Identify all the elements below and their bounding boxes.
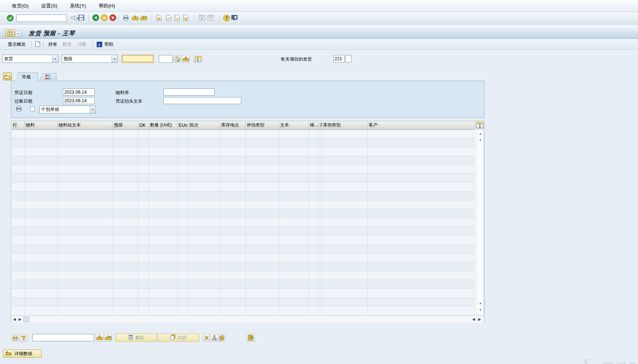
table-cell-batch[interactable] bbox=[188, 280, 220, 289]
table-cell-ok[interactable] bbox=[138, 129, 149, 138]
collapse-header-icon[interactable] bbox=[3, 73, 12, 80]
table-cell-movement[interactable] bbox=[309, 191, 318, 200]
table-cell-text[interactable] bbox=[279, 156, 309, 165]
table-cell-customer[interactable] bbox=[367, 280, 475, 289]
table-cell-reservation[interactable] bbox=[113, 244, 138, 253]
table-cell-reservation[interactable] bbox=[113, 262, 138, 271]
table-cell-valuation-type[interactable] bbox=[245, 174, 279, 183]
menu-item-help[interactable]: 帮助(H) bbox=[97, 2, 116, 10]
table-cell-ok[interactable] bbox=[138, 209, 149, 218]
column-header-material-short-text[interactable]: 物料短文本 bbox=[57, 121, 113, 129]
table-cell-eun[interactable] bbox=[177, 191, 188, 200]
table-cell-material-short-text[interactable] bbox=[57, 209, 113, 218]
table-cell-customer[interactable] bbox=[367, 147, 475, 156]
table-cell-storage-location[interactable] bbox=[220, 297, 245, 306]
table-cell-quantity-une[interactable] bbox=[149, 289, 177, 297]
help-button[interactable]: 帮助 bbox=[103, 41, 115, 48]
table-cell-stock-type[interactable] bbox=[322, 280, 367, 289]
table-cell-quantity-une[interactable] bbox=[149, 165, 177, 174]
table-cell-valuation-type[interactable] bbox=[245, 262, 279, 271]
movement-type-field[interactable]: 221 bbox=[334, 55, 345, 62]
table-cell-line[interactable] bbox=[12, 289, 25, 297]
table-cell-quantity-une[interactable] bbox=[149, 218, 177, 227]
print-icon[interactable] bbox=[123, 15, 129, 21]
find-icon[interactable] bbox=[132, 15, 139, 21]
table-cell-stock-type[interactable] bbox=[322, 218, 367, 227]
table-cell-stock-type[interactable] bbox=[322, 191, 367, 200]
table-cell-customer[interactable] bbox=[367, 236, 475, 245]
table-cell-valuation-type[interactable] bbox=[245, 253, 279, 262]
table-cell-quantity-une[interactable] bbox=[149, 191, 177, 200]
table-cell-direction[interactable] bbox=[318, 227, 322, 236]
table-cell-material[interactable] bbox=[25, 165, 57, 174]
table-cell-material-short-text[interactable] bbox=[57, 271, 113, 280]
table-cell-text[interactable] bbox=[279, 262, 309, 271]
table-cell-text[interactable] bbox=[279, 129, 309, 138]
column-header-storage-location[interactable]: 库存地点 bbox=[220, 121, 245, 129]
table-cell-quantity-une[interactable] bbox=[149, 129, 177, 138]
table-cell-batch[interactable] bbox=[188, 227, 220, 236]
table-cell-line[interactable] bbox=[12, 147, 25, 156]
table-cell-eun[interactable] bbox=[177, 271, 188, 280]
table-cell-reservation[interactable] bbox=[113, 227, 138, 236]
scroll-right-icon[interactable]: ▶ bbox=[478, 317, 481, 321]
table-cell-storage-location[interactable] bbox=[220, 306, 245, 315]
table-cell-line[interactable] bbox=[12, 174, 25, 183]
customize-layout-icon[interactable] bbox=[231, 15, 238, 21]
table-cell-material-short-text[interactable] bbox=[57, 200, 113, 209]
table-cell-text[interactable] bbox=[279, 236, 309, 245]
table-cell-storage-location[interactable] bbox=[220, 253, 245, 262]
menu-item-system[interactable]: 系统(Y) bbox=[68, 2, 87, 10]
table-cell-ok[interactable] bbox=[138, 289, 149, 297]
table-cell-material-short-text[interactable] bbox=[57, 244, 113, 253]
table-cell-eun[interactable] bbox=[177, 227, 188, 236]
table-cell-material-short-text[interactable] bbox=[57, 183, 113, 191]
transaction-icon[interactable] bbox=[5, 29, 15, 37]
column-header-reservation[interactable]: 预留 bbox=[113, 121, 138, 129]
table-cell-storage-location[interactable] bbox=[220, 200, 245, 209]
table-cell-material[interactable] bbox=[25, 244, 57, 253]
table-cell-material-short-text[interactable] bbox=[57, 174, 113, 183]
table-cell-stock-type[interactable] bbox=[322, 174, 367, 183]
table-cell-eun[interactable] bbox=[177, 156, 188, 165]
table-cell-line[interactable] bbox=[12, 306, 25, 315]
table-cell-direction[interactable] bbox=[318, 289, 322, 297]
table-cell-customer[interactable] bbox=[367, 253, 475, 262]
table-cell-storage-location[interactable] bbox=[220, 138, 245, 147]
scroll-down-icon[interactable]: ▼ bbox=[477, 139, 484, 142]
find-reservation-icon[interactable] bbox=[182, 55, 190, 63]
table-cell-valuation-type[interactable] bbox=[245, 289, 279, 297]
table-cell-line[interactable] bbox=[12, 227, 25, 236]
table-cell-customer[interactable] bbox=[367, 174, 475, 183]
table-cell-quantity-une[interactable] bbox=[149, 183, 177, 191]
item-contents-button[interactable]: 内容 bbox=[158, 334, 199, 342]
table-cell-movement[interactable] bbox=[309, 200, 318, 209]
table-cell-material[interactable] bbox=[25, 236, 57, 245]
table-cell-material-short-text[interactable] bbox=[57, 236, 113, 245]
table-cell-ok[interactable] bbox=[138, 236, 149, 245]
table-cell-valuation-type[interactable] bbox=[245, 191, 279, 200]
table-cell-direction[interactable] bbox=[318, 138, 322, 147]
table-cell-quantity-une[interactable] bbox=[149, 244, 177, 253]
table-cell-text[interactable] bbox=[279, 191, 309, 200]
table-cell-batch[interactable] bbox=[188, 165, 220, 174]
table-cell-ok[interactable] bbox=[138, 297, 149, 306]
scroll-down-icon[interactable]: ▼ bbox=[477, 308, 484, 312]
table-cell-movement[interactable] bbox=[309, 209, 318, 218]
tab-partner[interactable] bbox=[39, 73, 57, 81]
table-cell-direction[interactable] bbox=[318, 280, 322, 289]
table-cell-reservation[interactable] bbox=[113, 297, 138, 306]
table-cell-ok[interactable] bbox=[138, 183, 149, 191]
table-cell-storage-location[interactable] bbox=[220, 156, 245, 165]
table-cell-line[interactable] bbox=[12, 218, 25, 227]
table-cell-stock-type[interactable] bbox=[322, 129, 367, 138]
table-cell-movement[interactable] bbox=[309, 218, 318, 227]
table-cell-direction[interactable] bbox=[318, 306, 322, 315]
table-cell-storage-location[interactable] bbox=[220, 227, 245, 236]
doc-header-text-field[interactable] bbox=[163, 97, 241, 104]
table-cell-text[interactable] bbox=[279, 183, 309, 191]
table-cell-direction[interactable] bbox=[318, 297, 322, 306]
table-cell-material-short-text[interactable] bbox=[57, 156, 113, 165]
next-page-icon[interactable] bbox=[174, 15, 180, 21]
table-cell-direction[interactable] bbox=[318, 183, 322, 191]
